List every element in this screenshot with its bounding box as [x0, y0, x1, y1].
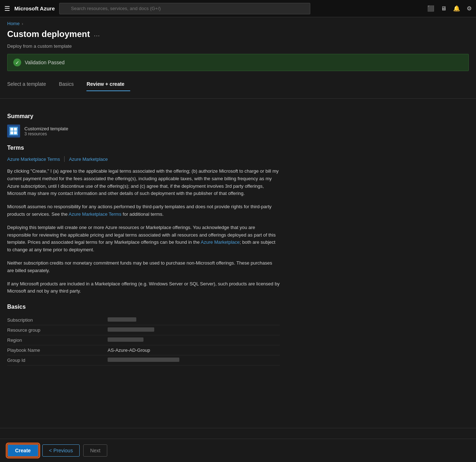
page-menu-icon[interactable]: … — [94, 31, 100, 38]
terms-paragraph-5: If any Microsoft products are included i… — [7, 280, 280, 295]
page-title: Custom deployment — [7, 29, 90, 39]
search-wrapper: 🔍 — [59, 3, 310, 14]
page-subtitle: Deploy from a custom template — [0, 43, 476, 54]
summary-title: Summary — [7, 113, 280, 120]
template-icon-cell-1 — [10, 128, 13, 131]
template-icon-cell-3 — [10, 131, 13, 134]
basics-row-resource-group: Resource group — [7, 325, 280, 335]
app-title: Microsoft Azure — [14, 5, 55, 11]
terms-title: Terms — [7, 145, 280, 151]
redacted-region — [108, 337, 143, 342]
terms-paragraph-3-link2[interactable]: Marketplace — [214, 239, 240, 245]
template-icon — [7, 125, 20, 137]
basics-row-group-id: Group Id — [7, 355, 280, 365]
basics-row-playbook-name: Playbook Name AS-Azure-AD-Group — [7, 345, 280, 355]
create-button[interactable]: Create — [7, 444, 39, 457]
search-input[interactable] — [59, 3, 310, 14]
main-content: Summary Customized template 3 resources … — [0, 99, 287, 365]
breadcrumb: Home › — [0, 17, 476, 28]
nav-icons: ⬛ 🖥 🔔 ⚙ — [427, 5, 472, 12]
basics-value-group-id — [108, 358, 179, 363]
next-button[interactable]: Next — [83, 444, 107, 457]
basics-label-subscription: Subscription — [7, 317, 108, 323]
basics-value-subscription — [108, 317, 136, 323]
wizard-step-select-template[interactable]: Select a template — [7, 78, 52, 91]
basics-row-subscription: Subscription — [7, 315, 280, 325]
hamburger-menu-icon[interactable]: ☰ — [4, 5, 10, 13]
cloud-shell-icon[interactable]: ⬛ — [427, 5, 434, 12]
wizard-steps: Select a template Basics Review + create — [0, 78, 476, 99]
terms-paragraph-3: Deploying this template will create one … — [7, 224, 280, 254]
template-icon-cell-4 — [14, 131, 17, 134]
terms-links-divider — [64, 156, 65, 162]
terms-paragraph-1: By clicking "Create," I (a) agree to the… — [7, 168, 280, 197]
terms-links: Azure Marketplace Terms Azure Marketplac… — [7, 156, 280, 162]
basics-title: Basics — [7, 304, 280, 310]
template-icon-inner — [9, 127, 18, 135]
terms-section: Terms Azure Marketplace Terms Azure Mark… — [7, 145, 280, 295]
template-name: Customized template — [24, 126, 68, 131]
terms-paragraph-3-link1[interactable]: Azure — [201, 239, 213, 245]
redacted-resource-group — [108, 327, 154, 332]
basics-value-playbook-name: AS-Azure-AD-Group — [108, 347, 150, 353]
azure-marketplace-terms-link[interactable]: Azure Marketplace Terms — [7, 157, 60, 162]
directory-icon[interactable]: 🖥 — [441, 5, 447, 12]
basics-value-region — [108, 337, 143, 343]
basics-label-region: Region — [7, 337, 108, 343]
wizard-step-review-create[interactable]: Review + create — [86, 78, 130, 91]
basics-table: Subscription Resource group Region Playb… — [7, 315, 280, 365]
terms-paragraph-2-link[interactable]: Azure Marketplace Terms — [69, 211, 121, 217]
redacted-subscription — [108, 317, 136, 322]
redacted-group-id — [108, 358, 179, 362]
terms-paragraph-2: Microsoft assumes no responsibility for … — [7, 203, 280, 218]
summary-section: Summary Customized template 3 resources — [7, 113, 280, 137]
azure-marketplace-link[interactable]: Azure Marketplace — [69, 157, 108, 162]
breadcrumb-separator: › — [22, 22, 23, 26]
validation-text: Validation Passed — [25, 60, 65, 65]
bottom-action-bar: Create < Previous Next — [0, 439, 476, 462]
page-header: Custom deployment … — [0, 28, 476, 43]
basics-label-resource-group: Resource group — [7, 327, 108, 333]
wizard-step-basics[interactable]: Basics — [59, 78, 79, 91]
basics-value-resource-group — [108, 327, 154, 333]
summary-item: Customized template 3 resources — [7, 125, 280, 137]
basics-row-region: Region — [7, 335, 280, 345]
top-nav: ☰ Microsoft Azure 🔍 ⬛ 🖥 🔔 ⚙ — [0, 0, 476, 17]
terms-paragraph-4: Neither subscription credits nor monetar… — [7, 260, 280, 275]
resource-count: 3 resources — [24, 131, 68, 136]
settings-icon[interactable]: ⚙ — [467, 5, 472, 12]
notifications-icon[interactable]: 🔔 — [453, 5, 460, 12]
basics-section: Basics Subscription Resource group Regio… — [7, 304, 280, 365]
summary-info: Customized template 3 resources — [24, 126, 68, 136]
validation-banner: ✓ Validation Passed — [7, 54, 469, 71]
validation-check-icon: ✓ — [13, 59, 21, 66]
breadcrumb-home-link[interactable]: Home — [7, 21, 20, 26]
template-icon-cell-2 — [14, 128, 17, 131]
basics-label-playbook-name: Playbook Name — [7, 347, 108, 353]
previous-button[interactable]: < Previous — [42, 444, 80, 457]
basics-label-group-id: Group Id — [7, 358, 108, 363]
